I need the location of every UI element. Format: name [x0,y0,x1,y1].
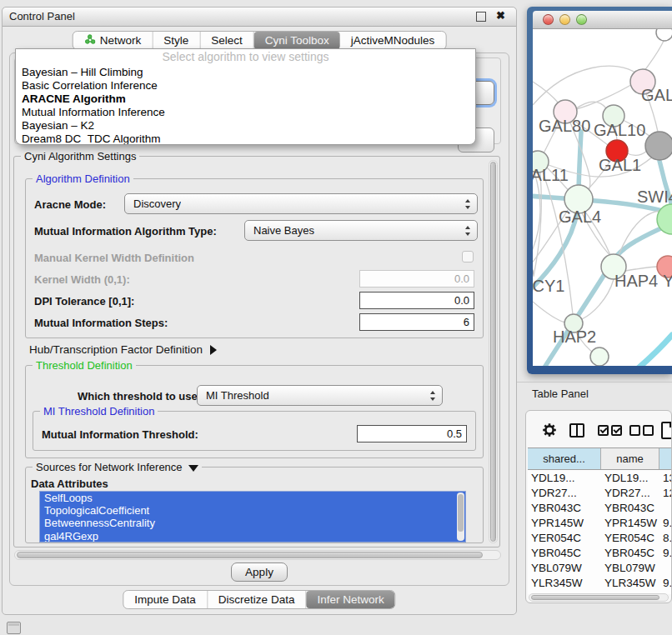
network-node[interactable] [590,348,609,366]
close-window-icon[interactable] [543,14,554,25]
network-edge [627,151,647,156]
algorithm-list: Bayesian – Hill ClimbingBasic Correlatio… [16,66,475,145]
tab-discretize-data[interactable]: Discretize Data [208,591,307,608]
network-edge [534,172,541,277]
tab-label: Network [100,34,142,47]
settings-gear-icon[interactable] [541,422,558,438]
select-all-icon[interactable] [598,425,624,436]
table-row[interactable]: YBR045CYBR045C9. [528,545,671,560]
attributes-scrollbar[interactable] [457,492,464,541]
close-icon[interactable]: ✖ [496,9,505,22]
table-panel-title: Table Panel [532,388,589,400]
settings-horizontal-scrollbar[interactable] [14,550,501,560]
tab-select[interactable]: Select [200,32,254,49]
attribute-item-gal4rgexp[interactable]: gal4RGexp [40,530,465,542]
table-cell: 9. [659,577,671,589]
settings-scrollbar-thumb[interactable] [490,162,496,542]
deselect-all-icon[interactable] [629,425,656,436]
attribute-item-topologicalcoefficient[interactable]: TopologicalCoefficient [40,504,465,517]
settings-scrollbar[interactable] [489,160,498,543]
table-horizontal-thumb[interactable] [531,595,659,600]
mi-threshold-label: Mutual Information Threshold: [42,428,198,441]
manual-kernel-checkbox [462,251,474,262]
node-label-y: Y [663,272,672,290]
aracne-mode-value: Discovery [133,198,181,210]
settings-horizontal-thumb[interactable] [17,552,483,558]
table-row[interactable]: YER054CYER054C8. [528,530,671,545]
split-columns-icon[interactable] [569,423,584,438]
minimize-window-icon[interactable] [559,14,570,25]
table-cell: YBR043C [601,502,659,514]
which-threshold-label: Which threshold to use: [78,390,201,402]
table-cell: YLR345W [528,577,601,589]
column-header-name[interactable]: name [601,448,659,469]
node-label-hap2: HAP2 [553,328,596,346]
table-horizontal-scrollbar[interactable] [529,593,669,602]
tab-cyni-toolbox[interactable]: Cyni Toolbox [254,32,340,49]
tab-network[interactable]: Network [73,32,153,49]
table-row[interactable]: YLR345WYLR345W9. [528,575,671,590]
mi-threshold-field[interactable] [357,425,467,442]
attributes-scrollbar-thumb[interactable] [458,494,464,532]
table-cell: YPR145W [528,517,601,529]
column-header-shared[interactable]: shared... [528,448,601,469]
algorithm-item-basic-correlation-inference[interactable]: Basic Correlation Inference [16,79,475,92]
table-row[interactable]: YPR145WYPR145W9. [528,515,671,530]
algorithm-item-bayesian-k2[interactable]: Bayesian – K2 [16,119,475,132]
mi-steps-field[interactable] [359,313,474,331]
network-node[interactable] [645,132,672,160]
tab-impute-data[interactable]: Impute Data [123,591,208,608]
table-row[interactable]: YDL19...YDL19...13 [528,470,671,485]
network-edge [631,335,672,366]
table-row[interactable]: YBR043CYBR043C [528,500,671,515]
dpi-tolerance-field[interactable] [359,292,474,309]
network-node[interactable] [656,29,672,41]
tab-style[interactable]: Style [153,32,200,49]
algorithm-item-bayesian-hill-climbing[interactable]: Bayesian – Hill Climbing [16,66,475,79]
tab-jactivemnodules[interactable]: jActiveMNodules [340,32,446,49]
tab-label: Impute Data [134,593,196,606]
node-label-swi4: SWI4 [637,188,672,206]
tab-infer-network[interactable]: Infer Network [306,591,394,608]
manual-kernel-label: Manual Kernel Width Definition [34,252,194,264]
expand-right-icon[interactable] [210,345,217,355]
table-cell: YBR043C [528,502,601,514]
table-cell: 13 [659,472,671,484]
which-threshold-combo[interactable]: MI Threshold [197,385,443,406]
attribute-item-betweennesscentrality[interactable]: BetweennessCentrality [40,517,465,529]
table-cell: YLR345W [601,577,659,589]
network-canvas[interactable]: GAL7GAL80GAL10GAL1GAL11SWI4GAL4GCY1HAP4Y… [533,29,672,366]
network-graph: GAL7GAL80GAL10GAL1GAL11SWI4GAL4GCY1HAP4Y… [533,29,672,366]
zoom-window-icon[interactable] [576,14,587,25]
tab-label: Discretize Data [218,593,295,606]
table-cell: YDR27... [601,487,659,499]
apply-button[interactable]: Apply [231,562,288,582]
hub-definition-expander[interactable]: Hub/Transcription Factor Definition [29,343,217,356]
table-row[interactable]: YDR27...YDR27...12 [528,485,671,500]
combo-arrows-icon [464,226,472,236]
mi-algorithm-type-combo[interactable]: Naive Bayes [244,220,478,241]
network-edge [625,267,658,271]
sources-group-title[interactable]: Sources for Network Inference [33,461,202,473]
threshold-definition-group: Threshold Definition Which threshold to … [25,365,484,458]
algorithm-item-aracne-algorithm[interactable]: ARACNE Algorithm [16,92,475,106]
column-header-a[interactable]: A [659,448,672,469]
float-window-icon[interactable] [476,12,486,22]
table-row[interactable]: YBL079WYBL079W [528,560,671,575]
network-window-titlebar[interactable] [533,11,672,29]
table-cell: 9. [659,547,671,559]
table-cell: 12 [659,487,671,499]
collapse-down-icon[interactable] [188,465,198,472]
algorithm-item-mutual-information-inference[interactable]: Mutual Information Inference [16,106,475,119]
minimized-panel-icon[interactable] [7,622,21,634]
aracne-mode-combo[interactable]: Discovery [124,193,478,214]
node-label-gal80: GAL80 [539,117,590,135]
table-cell: YDL19... [601,472,659,484]
node-label-gal4: GAL4 [559,208,601,226]
algorithm-item-dream8-dc-tdc-algorithm[interactable]: Dream8 DC_TDC Algorithm [16,132,475,145]
new-table-icon[interactable] [661,422,672,439]
table-cell: YDR27... [528,487,601,499]
tab-label: Style [163,34,188,47]
attribute-item-selfloops[interactable]: SelfLoops [40,492,465,504]
network-icon [84,34,96,48]
